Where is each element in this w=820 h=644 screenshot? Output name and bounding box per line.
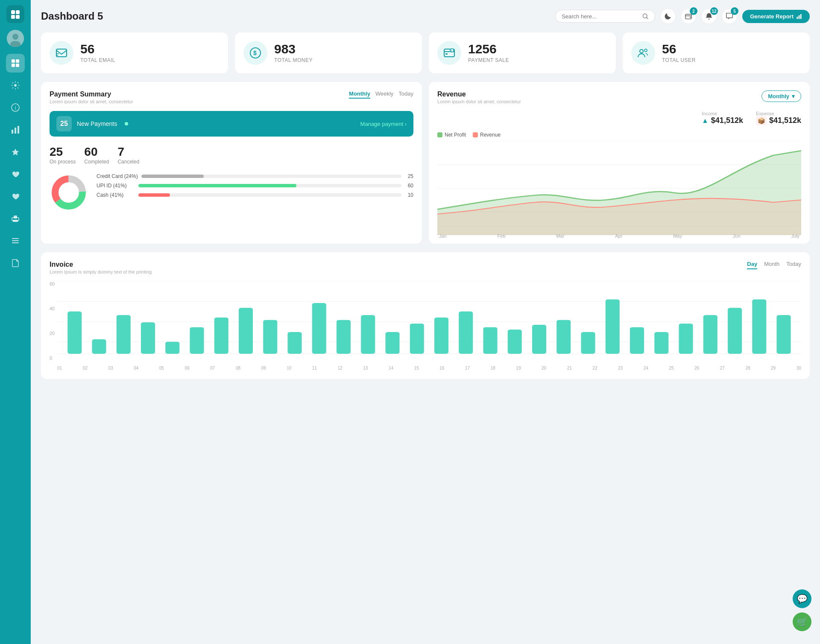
income-label: Income (702, 111, 743, 116)
bar-chart-svg-container: 0102030405060708091011121314151617181920… (57, 281, 801, 370)
area-chart: Jan Feb Mar Apr May Jun July (437, 141, 801, 235)
bar-item[interactable] (386, 332, 400, 354)
bell-button[interactable]: 12 (701, 9, 717, 24)
svg-line-25 (647, 17, 648, 19)
bar-item[interactable] (606, 300, 620, 354)
sidebar-item-heart1[interactable] (6, 165, 25, 184)
x-label-may: May (673, 233, 682, 239)
inv-tab-day[interactable]: Day (747, 261, 757, 269)
svg-marker-17 (12, 149, 19, 155)
credit-label: Credit Card (24%) (97, 173, 138, 179)
payment-tabs: Monthly Weekly Today (349, 90, 413, 99)
credit-progress-fill (141, 175, 204, 178)
bar-item[interactable] (483, 327, 498, 354)
tab-today[interactable]: Today (398, 90, 413, 99)
search-input[interactable] (562, 13, 638, 20)
svg-point-41 (640, 50, 643, 53)
canceled-value: 7 (117, 145, 139, 159)
revenue-title: Revenue (437, 90, 521, 98)
svg-rect-30 (800, 14, 802, 19)
sidebar-item-print[interactable] (6, 209, 25, 228)
chat-float-button[interactable]: 💬 (793, 589, 811, 608)
bar-item[interactable] (288, 332, 302, 354)
x-label-mar: Mar (556, 233, 564, 239)
wallet-button[interactable]: 2 (681, 9, 696, 24)
bar-item[interactable] (67, 312, 82, 354)
chat-button[interactable]: 5 (722, 9, 737, 24)
bar-item[interactable] (239, 308, 253, 354)
bar-item[interactable] (532, 325, 546, 354)
panels-row: Payment Summary Lorem ipsum dolor sit am… (41, 82, 810, 244)
bar-item[interactable] (141, 322, 155, 354)
email-icon (50, 41, 73, 65)
bar-item[interactable] (337, 320, 351, 354)
payment-area: Credit Card (24%) 25 UPI ID (41%) 60 (50, 173, 413, 213)
email-label: TOTAL EMAIL (80, 57, 115, 63)
svg-rect-23 (12, 242, 19, 243)
inv-tab-today[interactable]: Today (786, 261, 801, 269)
bar-item[interactable] (679, 323, 693, 354)
svg-rect-1 (16, 10, 20, 14)
float-btns: 💬 🛒 (793, 589, 811, 631)
tab-weekly[interactable]: Weekly (375, 90, 393, 99)
svg-rect-14 (12, 130, 13, 134)
sidebar-item-doc[interactable] (6, 254, 25, 272)
sidebar-item-info[interactable]: i (6, 98, 25, 117)
revenue-legend-label: Revenue (480, 132, 501, 138)
avatar[interactable] (7, 30, 24, 47)
bar-item[interactable] (92, 339, 106, 354)
net-profit-legend-label: Net Profit (445, 132, 466, 138)
dark-mode-button[interactable] (660, 9, 676, 24)
bar-item[interactable] (410, 323, 424, 354)
bar-item[interactable] (728, 308, 742, 354)
sidebar-logo[interactable] (6, 5, 24, 23)
sidebar-item-heart2[interactable] (6, 187, 25, 206)
bar-item[interactable] (556, 320, 571, 354)
bar-item[interactable] (630, 327, 644, 354)
completed-label: Completed (84, 159, 109, 165)
bar-item[interactable] (703, 315, 718, 354)
svg-text:$: $ (253, 50, 257, 56)
bar-item[interactable] (581, 332, 595, 354)
bar-item[interactable] (508, 329, 522, 354)
manage-payment-link[interactable]: Manage payment › (360, 121, 407, 127)
monthly-dropdown[interactable]: Monthly ▾ (761, 90, 801, 102)
bar-item[interactable] (312, 303, 326, 354)
user-icon (631, 41, 655, 65)
stat-card-user: 56 TOTAL USER (623, 32, 810, 73)
search-bar[interactable] (555, 10, 655, 23)
sidebar-item-list[interactable] (6, 231, 25, 250)
sidebar: i (0, 0, 31, 644)
payment-row-upi: UPI ID (41%) 60 (97, 183, 413, 189)
user-value: 56 (662, 43, 696, 55)
payment-subtitle: Lorem ipsum dolor sit amet, consectetur (50, 99, 133, 104)
bar-item[interactable] (263, 320, 277, 354)
svg-rect-0 (11, 10, 15, 14)
bar-item[interactable] (165, 342, 179, 354)
bar-item[interactable] (777, 315, 791, 354)
inv-tab-month[interactable]: Month (764, 261, 779, 269)
bar-item[interactable] (190, 327, 204, 354)
stats-row: 56 TOTAL EMAIL $ 983 TOTAL MONEY (41, 32, 810, 73)
sidebar-item-settings[interactable] (6, 76, 25, 95)
sidebar-item-charts[interactable] (6, 120, 25, 139)
svg-rect-28 (797, 17, 798, 19)
bar-item[interactable] (117, 315, 131, 354)
cart-float-button[interactable]: 🛒 (793, 612, 811, 631)
tab-monthly[interactable]: Monthly (349, 90, 370, 99)
bar-item[interactable] (654, 332, 668, 354)
bar-item[interactable] (434, 318, 448, 354)
bar-item[interactable] (459, 312, 473, 354)
sidebar-item-dashboard[interactable] (6, 54, 25, 73)
svg-point-5 (12, 34, 18, 40)
bar-item[interactable] (752, 300, 766, 354)
new-payments-bar: 25 New Payments Manage payment › (50, 111, 413, 137)
stats-three: 25 On process 60 Completed 7 Canceled (50, 145, 413, 165)
new-payments-count: 25 (56, 116, 72, 131)
bar-item[interactable] (214, 318, 228, 354)
generate-report-button[interactable]: Generate Report (742, 10, 810, 23)
chat-badge: 5 (731, 7, 738, 15)
sidebar-item-star[interactable] (6, 143, 25, 161)
bar-item[interactable] (361, 315, 375, 354)
bar-chart-wrapper: 60 40 20 0 01020304050607080910111213141… (50, 281, 801, 370)
